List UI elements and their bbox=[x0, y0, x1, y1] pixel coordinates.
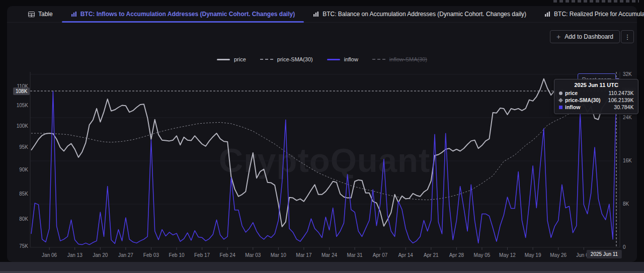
bar-chart-icon bbox=[71, 11, 77, 17]
kebab-menu-button[interactable]: ⋮ bbox=[621, 30, 634, 43]
tab-btc-realized-price[interactable]: BTC: Realized Price for Accumulation Add… bbox=[535, 6, 644, 22]
chart-tooltip: 2025 Jun 11 UTC price 110.2473K price-SM… bbox=[554, 79, 638, 114]
tab-btc-balance[interactable]: BTC: Balance on Accumulation Addresses (… bbox=[304, 6, 535, 22]
bar-chart-icon bbox=[544, 11, 550, 17]
active-tab-underline bbox=[62, 21, 304, 23]
plus-icon: + bbox=[556, 33, 560, 41]
tab-bar: Table BTC: Inflows to Accumulation Addre… bbox=[7, 6, 637, 23]
tooltip-row-price: price 110.2473K bbox=[559, 89, 633, 97]
legend-item-price-sma[interactable]: price-SMA(30) bbox=[260, 56, 313, 62]
tooltip-inflow-name: inflow bbox=[565, 104, 580, 111]
tab-table-label: Table bbox=[38, 11, 53, 18]
chart-panel: Table BTC: Inflows to Accumulation Addre… bbox=[7, 6, 637, 262]
cryptoquant-chart-page: Table BTC: Inflows to Accumulation Addre… bbox=[0, 0, 644, 273]
inflow-sma-line-swatch bbox=[372, 59, 385, 60]
kebab-icon: ⋮ bbox=[624, 33, 631, 41]
legend-item-inflow[interactable]: inflow bbox=[327, 56, 358, 62]
add-to-dashboard-button[interactable]: + Add to Dashboard bbox=[550, 30, 620, 43]
tooltip-row-price-sma: price-SMA(30) 106.2139K bbox=[559, 97, 633, 104]
tooltip-date-title: 2025 Jun 11 UTC bbox=[559, 82, 633, 88]
legend-item-price[interactable]: price bbox=[217, 56, 246, 62]
tab-btc-inflows-label: BTC: Inflows to Accumulation Addresses (… bbox=[80, 11, 295, 18]
clipped-header-text bbox=[553, 0, 639, 3]
tab-table[interactable]: Table bbox=[19, 6, 62, 22]
tooltip-price-sma-value: 106.2139K bbox=[603, 97, 634, 104]
tab-btc-balance-label: BTC: Balance on Accumulation Addresses (… bbox=[323, 11, 526, 18]
legend-inflow-label: inflow bbox=[344, 56, 358, 62]
legend-price-label: price bbox=[234, 56, 246, 62]
tab-btc-realized-price-label: BTC: Realized Price for Accumulation Add… bbox=[554, 11, 644, 18]
table-icon bbox=[28, 12, 35, 17]
left-axis-pointer-badge: 108K bbox=[13, 87, 30, 95]
add-to-dashboard-label: Add to Dashboard bbox=[565, 33, 613, 40]
price-sma-line-swatch bbox=[260, 59, 273, 60]
page-bottom-edge bbox=[0, 271, 644, 273]
legend-price-sma-label: price-SMA(30) bbox=[277, 56, 313, 62]
date-axis-pointer-badge: 2025 Jun 11 bbox=[587, 250, 622, 258]
diamond-marker-icon bbox=[558, 98, 563, 103]
tab-btc-inflows[interactable]: BTC: Inflows to Accumulation Addresses (… bbox=[62, 6, 304, 22]
circle-marker-icon bbox=[559, 92, 562, 95]
chart-legend: price price-SMA(30) inflow inflow-SMA(30… bbox=[7, 56, 637, 62]
price-line-swatch bbox=[217, 59, 230, 60]
legend-inflow-sma-label: inflow-SMA(30) bbox=[389, 56, 427, 62]
square-marker-icon bbox=[559, 106, 562, 109]
tooltip-price-name: price bbox=[565, 89, 578, 97]
cryptoquant-watermark: CryptoQuant bbox=[219, 141, 430, 179]
tooltip-inflow-value: 30.784K bbox=[609, 104, 633, 111]
legend-item-inflow-sma[interactable]: inflow-SMA(30) bbox=[372, 56, 427, 62]
bar-chart-icon bbox=[313, 11, 319, 17]
tooltip-price-value: 110.2473K bbox=[603, 89, 633, 97]
inflow-line-swatch bbox=[327, 59, 340, 60]
tooltip-row-inflow: inflow 30.784K bbox=[559, 104, 633, 111]
tooltip-price-sma-name: price-SMA(30) bbox=[565, 97, 601, 104]
